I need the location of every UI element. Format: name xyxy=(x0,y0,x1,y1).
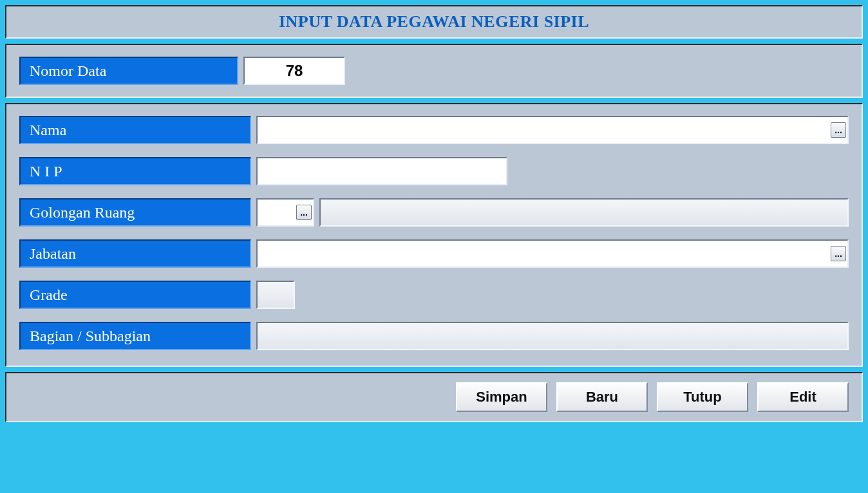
jabatan-input[interactable] xyxy=(256,239,849,268)
bagian-display xyxy=(256,322,849,350)
nama-input[interactable] xyxy=(256,116,849,144)
grade-label: Grade xyxy=(19,281,251,309)
form-title: INPUT DATA PEGAWAI NEGERI SIPIL xyxy=(279,12,589,32)
simpan-button[interactable]: Simpan xyxy=(456,382,547,412)
nip-label: N I P xyxy=(19,157,251,185)
edit-button[interactable]: Edit xyxy=(757,382,849,412)
button-panel: Simpan Baru Tutup Edit xyxy=(5,372,863,422)
nama-lookup-button[interactable]: ... xyxy=(831,122,846,138)
nomor-data-panel: Nomor Data xyxy=(5,44,863,98)
golongan-label: Golongan Ruang xyxy=(19,198,251,227)
nomor-data-label: Nomor Data xyxy=(19,57,238,85)
nomor-data-input[interactable] xyxy=(243,57,345,85)
jabatan-lookup-button[interactable]: ... xyxy=(831,246,846,261)
baru-button[interactable]: Baru xyxy=(556,382,648,412)
nama-label: Nama xyxy=(19,116,251,144)
title-panel: INPUT DATA PEGAWAI NEGERI SIPIL xyxy=(5,5,863,39)
grade-display xyxy=(256,281,295,309)
jabatan-label: Jabatan xyxy=(19,239,251,268)
bagian-label: Bagian / Subbagian xyxy=(19,322,251,350)
golongan-lookup-button[interactable]: ... xyxy=(296,205,312,220)
form-panel: Nama ... N I P Golongan Ruang ... Jabata… xyxy=(5,103,863,367)
nip-input[interactable] xyxy=(256,157,507,185)
golongan-desc-display xyxy=(319,198,849,227)
tutup-button[interactable]: Tutup xyxy=(657,382,748,412)
